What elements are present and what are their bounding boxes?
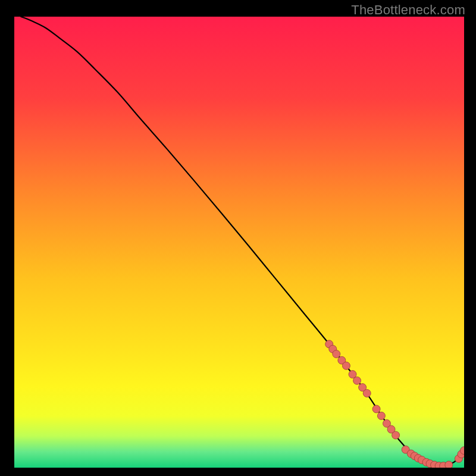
- data-marker: [461, 447, 468, 455]
- data-marker: [392, 431, 400, 439]
- data-marker: [353, 377, 361, 384]
- data-marker: [363, 389, 371, 397]
- plot-background: [14, 17, 464, 468]
- data-marker: [333, 350, 340, 358]
- data-marker: [372, 405, 380, 413]
- chart-stage: TheBottleneck.com: [0, 0, 476, 476]
- bottleneck-chart: [0, 0, 476, 476]
- data-marker: [377, 412, 385, 419]
- data-marker: [342, 362, 350, 369]
- data-marker: [445, 461, 453, 469]
